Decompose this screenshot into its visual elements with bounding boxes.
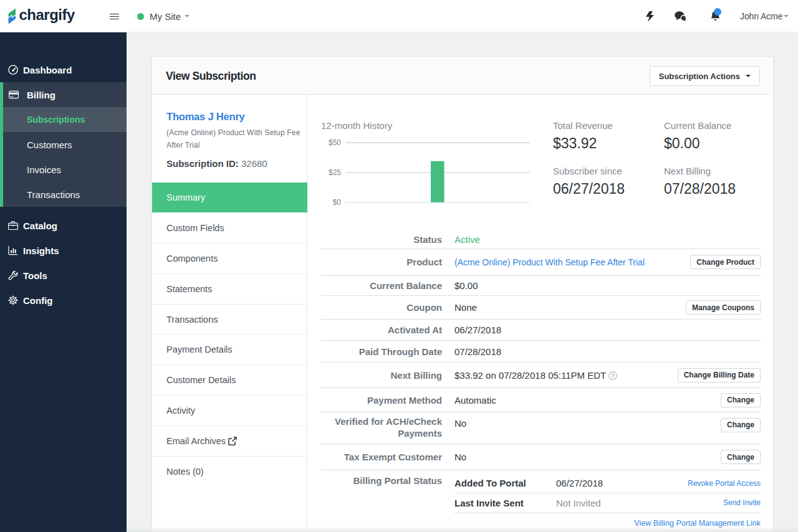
svg-text:$0: $0 xyxy=(333,198,342,205)
svg-text:$50: $50 xyxy=(329,138,341,147)
svg-text:?: ? xyxy=(611,373,615,379)
svg-text:$25: $25 xyxy=(329,168,341,177)
